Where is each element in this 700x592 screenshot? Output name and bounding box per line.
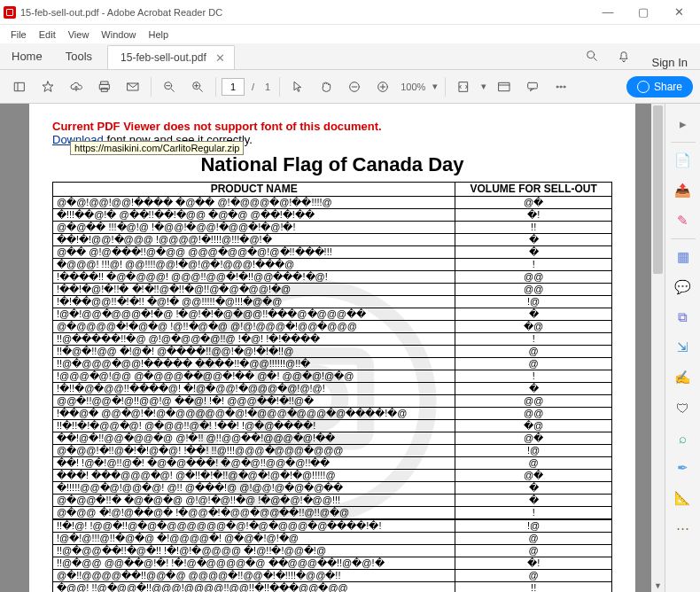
more-right-icon[interactable]: ⋯ xyxy=(672,517,695,540)
fit-width-button[interactable] xyxy=(451,74,476,99)
menu-view[interactable]: View xyxy=(63,27,95,42)
measure-icon[interactable]: 📐 xyxy=(672,487,695,510)
svg-rect-24 xyxy=(499,82,509,90)
table-row: !!@�����!!�@ @!@�@@�@!!@ !�@! !�!����! xyxy=(53,333,612,346)
zoom-in-button[interactable] xyxy=(185,74,210,99)
menu-help[interactable]: Help xyxy=(143,27,174,42)
svg-point-27 xyxy=(556,86,558,88)
combine-icon[interactable]: ⧉ xyxy=(672,306,695,329)
table-row: @�!!@@@@��!!@@�@ @@@@�!!@@�!�!!!!�@@�!!@ xyxy=(53,570,612,582)
product-name-cell: !!�!@! !@@�!!@�@�@@@@@@�@!�@�@@@�@����!�… xyxy=(53,520,455,533)
table-row: !!@�@@��!!�@�!! !�!@!�@@@@ �!@!!�!@@�!@@ xyxy=(53,545,612,557)
star-button[interactable] xyxy=(35,74,60,99)
scan-icon[interactable]: ⌕ xyxy=(672,426,695,449)
create-pdf-icon[interactable]: 📄 xyxy=(672,149,695,172)
zoom-out-icon-button[interactable] xyxy=(342,74,367,99)
fit-dropdown-icon[interactable]: ▾ xyxy=(479,81,488,92)
export-pdf-icon[interactable]: 📤 xyxy=(672,179,695,202)
volume-cell: �! xyxy=(455,209,612,222)
read-mode-button[interactable] xyxy=(492,74,517,99)
save-cloud-button[interactable] xyxy=(64,74,89,99)
fill-sign-icon[interactable]: ✍ xyxy=(672,366,695,389)
document-heading: National Flag of Canada Day xyxy=(52,153,612,176)
table-row: !@@@�@!@@ @�@@@��@@�!�� @�! @@�@!@�@! xyxy=(53,370,612,383)
table-row: ���! ���@@@�@! @�!!�!�!!@�@�!@�!�@!!!!!@… xyxy=(53,470,612,482)
volume-cell: � xyxy=(455,482,612,495)
sign-in-button[interactable]: Sign In xyxy=(640,56,700,69)
edit-pdf-icon[interactable]: ✎ xyxy=(672,209,695,232)
menu-window[interactable]: Window xyxy=(96,27,141,42)
maximize-button[interactable]: ▢ xyxy=(626,1,661,24)
tab-document[interactable]: 15-feb-sell-out.pdf ✕ xyxy=(107,45,235,69)
product-name-cell: !!@�@@ @@��@!�! !�!@�@@@@�@ ��@@@��!!@�@… xyxy=(53,557,455,570)
table-row: @�@@ �!@!@��@� !�@@�!�@@�@@��!!@!!@�@! xyxy=(53,507,612,519)
svg-marker-4 xyxy=(43,82,53,91)
share-button[interactable]: Share xyxy=(626,76,693,97)
zoom-in-icon-button[interactable] xyxy=(370,74,395,99)
notifications-button[interactable] xyxy=(608,43,640,69)
volume-cell: @ xyxy=(455,533,612,545)
hand-tool-button[interactable] xyxy=(314,74,338,99)
tab-close-icon[interactable]: ✕ xyxy=(215,51,225,65)
volume-cell: ! xyxy=(455,507,612,519)
product-name-cell: �!!!!!@@�@!@@�@! @!! @���!@ @!@@!@�@�@�� xyxy=(53,482,455,495)
table-row: !!�!!�!�@@�@! @�@@!!@�! !��! !@�@����!�@ xyxy=(53,420,612,432)
svg-line-16 xyxy=(199,89,202,91)
volume-cell: @ xyxy=(455,570,612,582)
protect-icon[interactable]: 🛡 xyxy=(672,396,695,419)
zoom-dropdown-icon[interactable]: ▾ xyxy=(431,81,439,92)
product-name-cell: !��!�@!�!!� �!�!!@�!!�@!!@�@�@@!�@ xyxy=(53,284,455,296)
selection-tool-button[interactable] xyxy=(285,74,310,99)
more-tools-button[interactable] xyxy=(548,74,573,99)
email-button[interactable] xyxy=(121,74,145,99)
search-button[interactable] xyxy=(576,43,608,69)
volume-cell: @@ xyxy=(455,408,612,420)
menu-file[interactable]: File xyxy=(5,27,32,42)
volume-cell: � xyxy=(455,234,612,246)
product-name-cell: !�!��@@!!�!�!! �@!� @@!!!!!�@!!!�@�@ xyxy=(53,296,455,308)
annotate-button[interactable] xyxy=(520,74,545,99)
product-name-cell: !!�@�!!@@ �!@�! @����!!@@!�@!�!�!!@ xyxy=(53,346,455,358)
close-window-button[interactable]: ✕ xyxy=(661,1,696,24)
table-row: !�!��@@!!�!�!! �@!� @@!!!!!�@!!!�@�@!@ xyxy=(53,296,612,308)
product-name-cell: �!!!��@!� @��!!��!�@@ �@�@ @��!�!�� xyxy=(53,209,455,222)
tab-document-label: 15-feb-sell-out.pdf xyxy=(121,51,206,64)
product-name-cell: ���! ���@@@�@! @�!!�!�!!@�@�!@�!�@!!!!!@ xyxy=(53,470,455,482)
volume-cell: !! xyxy=(455,222,612,234)
volume-cell: @� xyxy=(455,197,612,209)
compress-icon[interactable]: ⇲ xyxy=(672,336,695,359)
product-name-cell: @�� @!@���!!@�@@ @@@�@@�@!@�!!���!!! xyxy=(53,246,455,259)
scroll-down-icon[interactable]: ▼ xyxy=(651,579,665,592)
zoom-level[interactable]: 100% xyxy=(399,82,427,92)
volume-cell: @ xyxy=(455,457,612,470)
sidebar-toggle-button[interactable] xyxy=(7,74,32,99)
vertical-scrollbar[interactable]: ▲ ▼ xyxy=(651,104,665,592)
product-name-cell: @�@@�!!� �@�@�@ @!@!�@!!�@ !�@�@!�@@!!! xyxy=(53,495,455,507)
menu-edit[interactable]: Edit xyxy=(34,27,61,42)
product-name-cell: !!@�@@@�@@!����� ����!!�@@!!!!!!@!!� xyxy=(53,358,455,370)
product-name-cell: �@@@! !!!@! @@!!!!@@!�@!@�!@@@!���@ xyxy=(53,259,455,271)
organize-icon[interactable]: ▦ xyxy=(672,245,695,269)
document-viewport[interactable]: Current PDF Viewer does not support font… xyxy=(0,104,665,592)
table-row: ��!@�!!@@�@@�@ @!�!! @!!@@��!@@@�@!��@� xyxy=(53,432,612,445)
tab-home[interactable]: Home xyxy=(0,43,54,69)
volume-cell: @ xyxy=(455,545,612,557)
table-row: !��!�@!�!!� �!�!!@�!!�@!!@�@�@@!�@@@ xyxy=(53,284,612,296)
volume-cell: @@ xyxy=(455,395,612,408)
right-tools-panel: ▸ 📄 📤 ✎ ▦ 💬 ⧉ ⇲ ✍ 🛡 ⌕ ✒ 📐 ⋯ xyxy=(665,104,700,592)
page-number-input[interactable]: 1 xyxy=(222,78,245,96)
comment-icon[interactable]: 💬 xyxy=(672,276,695,299)
window-title: 15-feb-sell-out.pdf - Adobe Acrobat Read… xyxy=(20,7,590,18)
product-name-cell: @�!!@@@@��!!@@�@ @@@@�!!@@�!�!!!!�@@�!! xyxy=(53,570,455,582)
scroll-thumb[interactable] xyxy=(653,105,663,274)
sign-tool-icon[interactable]: ✒ xyxy=(672,456,695,479)
print-button[interactable] xyxy=(92,74,117,99)
zoom-out-button[interactable] xyxy=(157,74,182,99)
table-row: !����!! �@�@@@! @@@!!@@�!�!!@@���!�@!@@ xyxy=(53,271,612,284)
volume-cell: @� xyxy=(455,470,612,482)
expand-panel-icon[interactable]: ▸ xyxy=(672,113,695,136)
minimize-button[interactable]: — xyxy=(590,1,626,24)
svg-line-1 xyxy=(594,58,596,60)
product-name-cell: !!�!!�!�@@�@! @�@@!!@�! !��! !@�@����! xyxy=(53,420,455,432)
tab-tools[interactable]: Tools xyxy=(54,43,104,69)
